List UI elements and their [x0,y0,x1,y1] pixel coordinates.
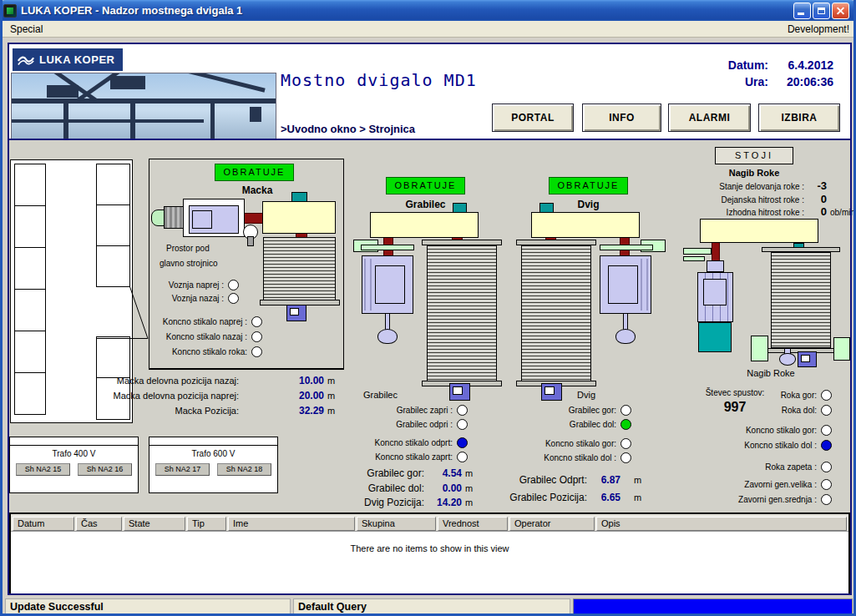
status-value: 0 [804,193,827,205]
menu-bar: Special Development! [0,21,856,38]
trafo-plate[interactable]: Sh NA2 17 [155,463,210,476]
column-header-ime[interactable]: Ime [228,517,355,531]
indicator-row: Grabilec odpri : [320,418,468,431]
indicator-lamp [620,452,631,463]
status-value: 0 [804,205,827,218]
crane-photo-cab [110,76,145,89]
alarmi-button[interactable]: ALARMI [668,104,751,132]
crane-photo-cab [47,85,79,98]
grabilec-motor-fins [364,259,372,311]
indicator-lamp [821,462,832,472]
query-status: Default Query [293,598,570,614]
value-label: Grabilec gor: [320,467,424,479]
indicator-lamp [251,316,262,327]
dvig-title: Dvig [549,199,628,210]
nagib-pad-left [751,336,768,361]
indicator-lamp [620,405,631,416]
trafo-box-header [149,437,277,446]
indicator-label: Roka gor: [781,391,817,400]
value-number: 14.20 [424,497,462,508]
dvig-encoder-window [544,386,555,395]
grabilec-brake-bar [361,245,414,250]
indicator-label: Zavorni gen.velika : [744,480,817,489]
status-label: Dejanska hitrost roke : [662,195,804,204]
column-header-skupina[interactable]: Skupina [357,517,436,531]
nagib-gearbox [700,219,818,243]
crane-photo-leg [63,100,68,139]
value-number: 6.65 [587,492,620,503]
column-header-cas[interactable]: Čas [76,517,122,531]
nagib-title: Nagib Roke [737,368,804,378]
room-label-1: Prostor pod [166,244,210,253]
indicator-row: Koncno stikalo dol : [684,439,832,452]
grabilec-sensor-label: Grabilec [363,390,398,400]
izbira-button[interactable]: IZBIRA [758,104,840,132]
indicator-label: Roka dol: [782,406,817,415]
indicator-label: Voznja naprej : [169,280,224,290]
info-button[interactable]: INFO [582,104,661,132]
column-header-vrednost[interactable]: Vrednost [438,517,508,531]
macka-status-badge: OBRATUJE [215,164,294,181]
grabilec-bell [377,329,398,344]
status-label: Stanje delovanja roke : [662,182,804,191]
dvig-motor-frame [608,265,638,304]
indicator-row: Zavorni gen.velika : [684,478,832,491]
status-row: Izhodna hitrost roke : 0 ob/min [662,205,855,219]
value-label: Macka Pozicija: [97,406,239,416]
indicator-label: Voznja nazaj : [172,294,224,303]
status-row: Dejanska hitrost roke : 0 [662,193,830,206]
column-header-operator[interactable]: Operator [509,517,595,531]
grabilec-gearbox-tab [453,203,467,213]
value-label: Grabilec Pozicija: [470,492,587,503]
value-unit: m [327,376,335,386]
indicator-row: Koncno stikalo nazaj : [103,331,262,343]
column-header-tip[interactable]: Tip [187,517,226,531]
portal-button[interactable]: PORTAL [492,104,574,132]
grabilec-status-badge: OBRATUJE [386,177,465,194]
indicator-lamp [821,390,832,401]
nagib-bell [779,353,796,366]
macka-pulley-arm [247,236,254,246]
macka-shaft [243,213,263,224]
indicator-lamp [457,437,468,448]
value-label: Grabilec dol: [320,482,424,494]
restore-button[interactable] [813,3,830,19]
indicator-lamp [251,331,262,342]
close-button[interactable] [832,3,849,19]
grabilec-drum-top [422,240,502,245]
window-title: LUKA KOPER - Nadzor mostnega dvigala 1 [21,4,242,17]
dvig-drum-top [516,240,596,245]
trafo-plate[interactable]: Sh NA2 16 [78,463,132,476]
indicator-lamp [457,419,468,430]
trafo-box-header [10,437,138,446]
indicator-row: Koncno stikalo zaprt: [320,451,468,463]
crane-photo [11,73,276,139]
column-header-opis[interactable]: Opis [596,517,847,531]
time-label: Ura: [718,75,768,88]
indicator-row: Roka zapeta : [684,461,832,473]
value-unit: m [634,475,641,485]
column-header-datum[interactable]: Datum [13,517,74,531]
title-bar[interactable]: LUKA KOPER - Nadzor mostnega dvigala 1 [0,0,856,21]
crane-photo-trolley [250,107,261,122]
indicator-row: Koncno stikalo odprt: [320,437,468,449]
nagib-motor-base [698,322,732,352]
indicator-row: Koncno stikalo naprej : [103,316,262,328]
trafo-plate[interactable]: Sh NA2 18 [217,463,271,476]
menu-item-special[interactable]: Special [7,23,46,35]
nagib-status-badge: STOJI [715,147,793,164]
trafo-plate[interactable]: Sh NA2 15 [16,463,70,476]
progress-bar [573,598,853,614]
value-row: Macka delovna pozicija naprej: 20.00 m [97,390,335,403]
column-header-state[interactable]: State [124,517,185,531]
macka-housing-detail [192,210,212,229]
value-label: Grabilec Odprt: [470,474,587,486]
crane-photo-leg [130,100,135,139]
minimize-button[interactable] [793,3,811,19]
indicator-lamp [821,405,832,416]
indicator-lamp [821,440,832,451]
nagib-shaft [712,242,720,261]
nagib-status-title: Nagib Roke [721,168,788,178]
dvig-gearbox-tab [539,203,554,213]
value-row: Grabilec Odprt: 6.87 m [470,474,641,487]
